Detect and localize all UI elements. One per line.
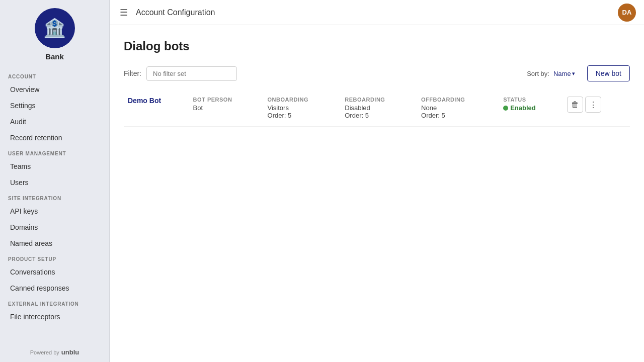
sidebar-item-users[interactable]: Users: [4, 174, 105, 191]
bot-name[interactable]: Demo Bot: [128, 97, 161, 105]
sidebar-item-canned-responses[interactable]: Canned responses: [4, 280, 105, 296]
sidebar-item-conversations[interactable]: Conversations: [4, 264, 105, 280]
green-dot-icon: [503, 106, 508, 111]
filter-label: Filter:: [124, 69, 141, 77]
sidebar-item-named-areas[interactable]: Named areas: [4, 235, 105, 251]
col-header-bot-person: BOT PERSON: [193, 97, 260, 103]
col-header-reboarding: REBOARDING: [345, 97, 413, 103]
external-integration-section-label: EXTERNAL INTEGRATION: [4, 296, 105, 309]
sidebar-navigation: ACCOUNT Overview Settings Audit Record r…: [0, 69, 109, 325]
new-bot-button[interactable]: New bot: [587, 65, 630, 81]
topbar: ☰ Account Configuration DA: [110, 0, 644, 25]
hamburger-icon[interactable]: ☰: [118, 5, 130, 20]
sidebar-item-api-keys[interactable]: API keys: [4, 203, 105, 219]
product-setup-section-label: PRODUCT SETUP: [4, 251, 105, 264]
trash-icon: 🗑: [571, 100, 579, 109]
sort-row: Sort by: Name ▾ New bot: [527, 65, 630, 81]
page-title: Dialog bots: [124, 39, 630, 53]
sidebar-item-audit[interactable]: Audit: [4, 114, 105, 130]
chevron-down-icon: ▾: [572, 70, 575, 77]
sidebar-item-overview[interactable]: Overview: [4, 81, 105, 98]
unblu-brand: unblu: [61, 348, 79, 356]
org-name: Bank: [45, 52, 64, 61]
table-row: Demo Bot BOT PERSON Bot ONBOARDING Visit…: [124, 89, 630, 127]
offboarding-value: None: [421, 104, 437, 112]
reboarding-order: Order: 5: [345, 112, 369, 119]
reboarding-value: Disabled: [345, 104, 370, 112]
topbar-title: Account Configuration: [136, 8, 612, 17]
action-buttons: 🗑 ⋮: [567, 97, 626, 113]
bot-person-value: Bot: [193, 104, 203, 112]
main-content: ☰ Account Configuration DA Dialog bots F…: [110, 0, 644, 362]
sort-label: Sort by:: [527, 70, 549, 77]
bots-table: Demo Bot BOT PERSON Bot ONBOARDING Visit…: [124, 89, 630, 127]
col-header-status: STATUS: [503, 97, 559, 103]
powered-by: Powered by unblu: [30, 342, 79, 362]
org-logo: 🏦: [35, 8, 75, 48]
sidebar-item-domains[interactable]: Domains: [4, 219, 105, 235]
avatar[interactable]: DA: [618, 4, 636, 22]
sidebar-item-settings[interactable]: Settings: [4, 98, 105, 114]
onboarding-value: Visitors: [268, 104, 289, 112]
account-section-label: ACCOUNT: [4, 69, 105, 81]
sidebar-item-teams[interactable]: Teams: [4, 158, 105, 174]
more-options-button[interactable]: ⋮: [585, 97, 601, 113]
more-icon: ⋮: [589, 100, 597, 110]
col-header-onboarding: ONBOARDING: [268, 97, 337, 103]
onboarding-order: Order: 5: [268, 112, 292, 119]
sidebar: 🏦 Bank ACCOUNT Overview Settings Audit R…: [0, 0, 110, 362]
delete-button[interactable]: 🗑: [567, 97, 583, 113]
offboarding-order: Order: 5: [421, 112, 445, 119]
sidebar-item-file-interceptors[interactable]: File interceptors: [4, 309, 105, 325]
site-integration-section-label: SITE INTEGRATION: [4, 191, 105, 203]
col-header-offboarding: OFFBOARDING: [421, 97, 495, 103]
sidebar-item-record-retention[interactable]: Record retention: [4, 130, 105, 146]
status-badge: Enabled: [503, 104, 559, 112]
user-management-section-label: USER MANAGEMENT: [4, 146, 105, 158]
sort-value[interactable]: Name ▾: [553, 70, 575, 77]
toolbar: Filter: Sort by: Name ▾ New bot: [124, 65, 630, 81]
bank-icon: 🏦: [43, 18, 66, 39]
filter-row: Filter:: [124, 66, 237, 81]
page-content: Dialog bots Filter: Sort by: Name ▾ New …: [110, 25, 644, 362]
filter-input[interactable]: [146, 66, 237, 81]
